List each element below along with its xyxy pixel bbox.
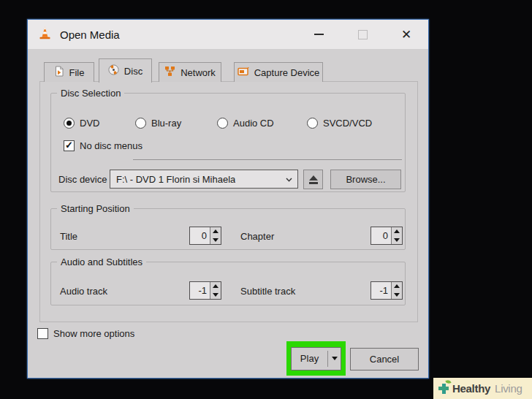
radio-dvd[interactable]: DVD	[64, 118, 99, 129]
spinner-down-icon	[213, 293, 218, 297]
spinner-up-icon	[213, 284, 218, 288]
radio-label: DVD	[80, 118, 99, 129]
dropdown-chevron-icon	[286, 178, 292, 182]
spinner-down-button[interactable]	[210, 236, 221, 245]
checkbox-icon	[37, 328, 48, 339]
tab-disc[interactable]: Disc	[99, 58, 152, 83]
watermark-text-bold: Healthy	[452, 382, 490, 395]
open-media-dialog: Open Media ✕ File Disc	[27, 19, 429, 379]
spinner-up-button[interactable]	[210, 282, 221, 291]
audio-track-spinner[interactable]: -1	[189, 281, 221, 300]
group-label: Audio and Subtitles	[57, 256, 146, 267]
browse-button[interactable]: Browse...	[330, 170, 401, 189]
maximize-icon	[358, 30, 368, 39]
radio-button-icon	[64, 118, 75, 129]
disc-device-value: F:\ - DVD 1 Florin si Mihaela	[116, 174, 235, 185]
spinner-down-button[interactable]	[392, 291, 402, 300]
play-dropdown-arrow-icon	[332, 357, 338, 360]
vlc-cone-icon	[37, 26, 53, 44]
radio-svcd-vcd[interactable]: SVCD/VCD	[307, 118, 372, 129]
title-label: Title	[60, 231, 77, 242]
spinner-down-button[interactable]	[210, 291, 221, 300]
play-button[interactable]: Play	[291, 347, 341, 370]
close-button[interactable]: ✕	[394, 20, 419, 49]
subtitle-track-spinner-value: -1	[371, 282, 391, 299]
minimize-button[interactable]	[306, 20, 331, 49]
title-spinner-value: 0	[190, 227, 210, 244]
spinner-down-icon	[394, 293, 400, 297]
spinner-up-button[interactable]	[392, 227, 402, 236]
spinner-up-button[interactable]	[210, 227, 221, 236]
subtitle-track-spinner[interactable]: -1	[370, 281, 403, 300]
eject-icon	[309, 175, 318, 180]
play-button-highlight: Play	[286, 341, 346, 376]
minimize-icon	[314, 34, 324, 35]
close-icon: ✕	[401, 28, 411, 41]
checkbox-label: No disc menus	[80, 140, 142, 151]
network-icon	[164, 66, 175, 79]
no-disc-menus-checkbox[interactable]: No disc menus	[64, 140, 142, 151]
chapter-spinner-value: 0	[371, 227, 391, 244]
healthy-living-plus-icon	[438, 383, 449, 395]
radio-label: SVCD/VCD	[323, 118, 372, 129]
show-more-options-checkbox[interactable]: Show more options	[37, 328, 134, 339]
tab-capture-device[interactable]: Capture Device	[234, 62, 323, 82]
group-label: Starting Position	[57, 203, 134, 214]
spinner-down-button[interactable]	[392, 236, 402, 245]
chapter-label: Chapter	[240, 231, 274, 242]
cancel-button-label: Cancel	[370, 354, 399, 365]
group-audio-subtitles: Audio and Subtitles Audio track -1 Subti…	[50, 262, 406, 305]
chapter-spinner[interactable]: 0	[370, 227, 403, 245]
eject-button[interactable]	[303, 170, 323, 189]
audio-track-spinner-value: -1	[190, 282, 210, 299]
separator-line	[133, 159, 402, 160]
radio-bluray[interactable]: Blu-ray	[135, 118, 181, 129]
tab-label: Disc	[124, 66, 142, 77]
spinner-up-icon	[213, 229, 218, 233]
watermark-text-light: Living	[495, 382, 522, 395]
tab-label: File	[69, 67, 85, 78]
group-label: Disc Selection	[57, 88, 124, 99]
checkbox-icon	[64, 140, 75, 151]
subtitle-track-label: Subtitle track	[240, 286, 295, 297]
radio-label: Audio CD	[233, 118, 274, 129]
group-starting-position: Starting Position Title 0 Chapter 0	[50, 208, 406, 250]
disc-device-label: Disc device	[58, 174, 107, 185]
checkbox-label: Show more options	[53, 328, 134, 339]
radio-audio-cd[interactable]: Audio CD	[217, 118, 274, 129]
spinner-up-icon	[394, 284, 400, 288]
tab-file[interactable]: File	[44, 62, 94, 82]
title-bar: Open Media ✕	[28, 20, 428, 49]
healthy-living-watermark: Healthy Living	[433, 378, 532, 399]
cancel-button[interactable]: Cancel	[350, 348, 419, 370]
window-title: Open Media	[60, 28, 120, 41]
spinner-down-icon	[213, 238, 218, 242]
file-icon	[54, 66, 64, 79]
radio-button-icon	[307, 118, 318, 129]
tab-label: Capture Device	[254, 67, 320, 78]
spinner-up-icon	[394, 229, 400, 233]
maximize-button	[350, 20, 375, 49]
radio-label: Blu-ray	[151, 118, 181, 129]
capture-device-icon	[238, 66, 249, 79]
play-button-label: Play	[292, 348, 327, 370]
disc-device-dropdown[interactable]: F:\ - DVD 1 Florin si Mihaela	[110, 170, 298, 189]
radio-button-icon	[135, 118, 146, 129]
spinner-down-icon	[394, 238, 400, 242]
tab-label: Network	[180, 67, 216, 78]
group-disc-selection: Disc Selection DVD Blu-ray Audio CD SVCD…	[50, 93, 406, 192]
browse-button-label: Browse...	[346, 174, 385, 185]
play-dropdown-button[interactable]	[328, 348, 341, 370]
radio-button-icon	[217, 118, 228, 129]
title-spinner[interactable]: 0	[189, 227, 221, 245]
audio-track-label: Audio track	[60, 286, 107, 297]
spinner-up-button[interactable]	[392, 282, 402, 291]
disc-icon	[108, 64, 119, 77]
tab-network[interactable]: Network	[159, 62, 221, 82]
